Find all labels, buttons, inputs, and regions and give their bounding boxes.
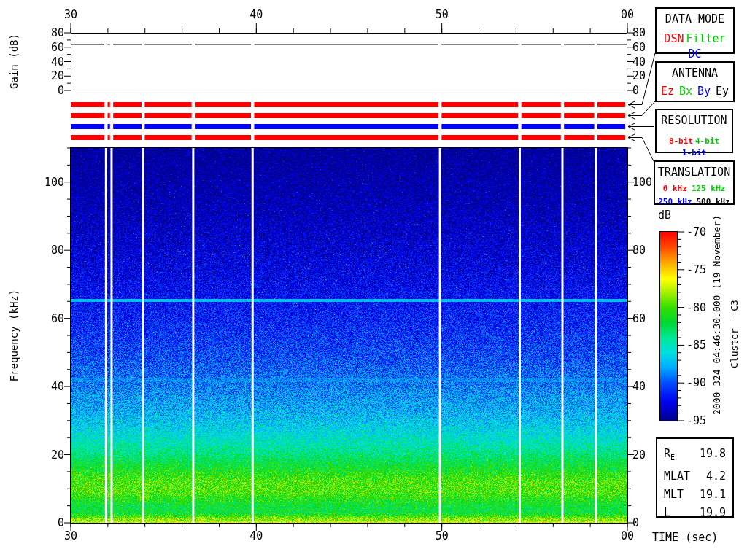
option-filter: Filter (686, 32, 725, 45)
freq-tick-label-left: 0 (35, 517, 64, 529)
option-0-khz: 0 kHz (663, 184, 687, 193)
option-4-bit: 4-bit (695, 136, 719, 146)
colorbar-tick-label: -80 (686, 302, 716, 314)
option-by: By (697, 85, 711, 98)
option-dsn: DSN (664, 32, 684, 45)
antenna-options: EzBxByEy (657, 85, 733, 98)
ephemeris-rows: RE19.8MLAT4.2MLT19.1L19.9 (657, 447, 732, 519)
frequency-axis-title: Frequency (kHz) (8, 284, 20, 386)
time-tick-label-bottom: 30 (58, 530, 83, 542)
wbd-plot-page: Gain (dB) Frequency (kHz) 2000 324 04:46… (0, 0, 747, 560)
colorbar-tick-label: -75 (686, 264, 716, 276)
translation-title: TRANSLATION (655, 166, 733, 179)
gain-tick-label-right: 0 (632, 85, 662, 96)
resolution-title: RESOLUTION (657, 114, 732, 127)
option-bx: Bx (679, 85, 692, 98)
freq-tick-label-right: 0 (632, 517, 662, 529)
time-tick-label-top: 50 (430, 9, 454, 20)
ephemeris-row: MLAT4.2 (657, 470, 732, 483)
ephemeris-label: MLT (664, 488, 684, 501)
freq-tick-label-left: 20 (35, 449, 64, 461)
freq-tick-label-right: 20 (632, 449, 662, 461)
time-axis-title: TIME (sec) (652, 531, 718, 544)
freq-tick-label-left: 60 (35, 313, 64, 324)
resolution-panel: RESOLUTION 8-bit4-bit1-bit (655, 109, 733, 153)
data-mode-options: DSNFilterDC (657, 32, 733, 61)
freq-tick-label-left: 40 (35, 381, 64, 392)
translation-panel: TRANSLATION 0 kHz125 kHz250 kHz500 kHz (654, 160, 735, 205)
gain-tick-label-left: 20 (35, 70, 64, 82)
freq-tick-label-right: 60 (632, 313, 662, 324)
translation-options: 0 kHz125 kHz250 kHz500 kHz (655, 184, 733, 206)
time-tick-label-top: 40 (244, 9, 268, 20)
time-tick-label-bottom: 40 (244, 530, 268, 542)
gain-tick-label-right: 80 (632, 27, 662, 39)
option-250-khz: 250 kHz (658, 197, 692, 206)
option-ez: Ez (661, 85, 674, 98)
freq-tick-label-left: 100 (35, 176, 64, 188)
freq-tick-label-left: 80 (35, 244, 64, 256)
time-tick-label-bottom: 50 (430, 530, 454, 542)
ephemeris-label: MLAT (664, 470, 690, 483)
ephemeris-row: MLT19.1 (657, 488, 732, 501)
data-mode-panel: DATA MODE DSNFilterDC (655, 7, 735, 54)
ephemeris-panel: RE19.8MLAT4.2MLT19.1L19.9 (656, 438, 734, 518)
start-datetime-label: 2000 324 04:46:30.000 (19 November) (711, 209, 723, 421)
time-tick-label-top: 30 (58, 9, 83, 20)
ephemeris-row: RE19.8 (657, 447, 732, 464)
colorbar-tick-label: -95 (686, 415, 716, 427)
freq-tick-label-right: 80 (632, 244, 662, 256)
ephemeris-value: 19.8 (700, 447, 726, 464)
ephemeris-row: L19.9 (657, 506, 732, 519)
option-125-khz: 125 kHz (692, 184, 725, 193)
option-1-bit: 1-bit (682, 148, 706, 158)
ephemeris-label: RE (664, 447, 675, 464)
colorbar-units-label: dB (658, 209, 671, 222)
time-tick-label-bottom: 00 (615, 530, 640, 542)
gain-plot-frame (71, 33, 627, 90)
freq-tick-label-right: 40 (632, 381, 662, 392)
data-mode-title: DATA MODE (657, 12, 733, 26)
gain-tick-label-right: 40 (632, 56, 662, 68)
gain-tick-label-left: 0 (35, 85, 64, 96)
ephemeris-value: 19.1 (700, 488, 726, 501)
gain-tick-label-right: 20 (632, 70, 662, 82)
antenna-panel: ANTENNA EzBxByEy (655, 61, 735, 102)
callout-arrow-translation (628, 134, 654, 162)
antenna-title: ANTENNA (657, 66, 733, 79)
colorbar-gradient (660, 232, 677, 421)
colorbar-tick-label: -90 (686, 377, 716, 389)
callout-arrow-resolution (628, 123, 654, 131)
spectrogram-canvas (71, 148, 627, 523)
colorbar-tick-label: -85 (686, 339, 716, 351)
resolution-options: 8-bit4-bit1-bit (657, 136, 732, 158)
freq-tick-label-right: 100 (632, 176, 662, 188)
ephemeris-value: 19.9 (700, 506, 726, 519)
ephemeris-value: 4.2 (706, 470, 726, 483)
callout-arrow-antenna (628, 101, 655, 120)
option-ey: Ey (716, 85, 729, 98)
ephemeris-label: L (664, 506, 670, 519)
gain-axis-title: Gain (dB) (8, 28, 20, 94)
gain-tick-label-left: 80 (35, 27, 64, 39)
option-dc: DC (688, 47, 701, 61)
option-8-bit: 8-bit (669, 136, 693, 146)
colorbar-tick-label: -70 (686, 226, 716, 238)
option-500-khz: 500 kHz (697, 197, 730, 206)
time-tick-label-top: 00 (615, 9, 640, 20)
gain-tick-label-left: 40 (35, 56, 64, 68)
gain-tick-label-right: 60 (632, 42, 662, 53)
spacecraft-label: Cluster - C3 (729, 298, 740, 370)
gain-tick-label-left: 60 (35, 42, 64, 53)
